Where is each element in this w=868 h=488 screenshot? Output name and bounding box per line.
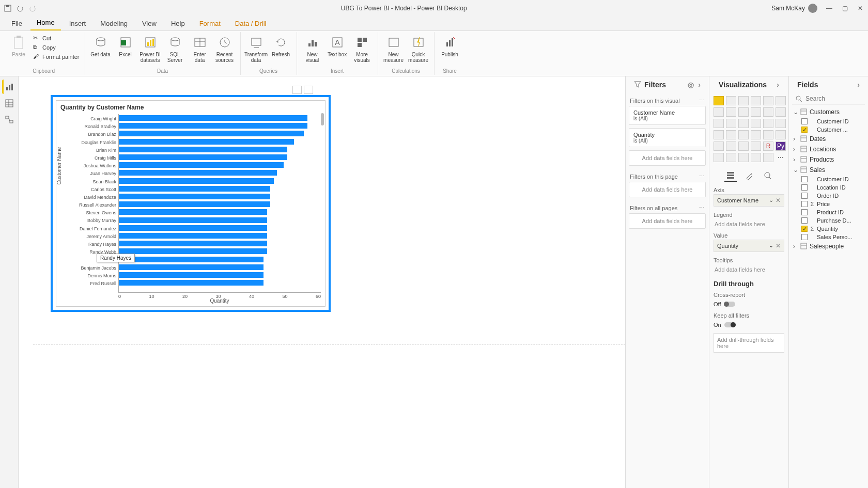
excel-button[interactable]: Excel	[113, 33, 138, 58]
collapse-icon[interactable]: ›	[698, 81, 701, 89]
bar[interactable]	[119, 178, 274, 184]
paste-button[interactable]: Paste	[6, 33, 31, 58]
tab-file[interactable]: File	[5, 18, 28, 30]
add-visual-filter[interactable]: Add data fields here	[629, 150, 706, 166]
text-box-button[interactable]: AText box	[325, 33, 350, 58]
tab-data-drill[interactable]: Data / Drill	[229, 18, 273, 30]
tab-format[interactable]: Format	[193, 18, 227, 30]
field-item[interactable]: Customer ID	[792, 117, 865, 125]
new-measure-button[interactable]: New measure	[381, 33, 406, 64]
chart-visual[interactable]: Quantity by Customer Name Customer Name …	[51, 95, 331, 312]
maximize-button[interactable]: ▢	[841, 5, 848, 12]
cross-report-toggle[interactable]: Off	[714, 301, 784, 307]
viz-type-button[interactable]	[776, 107, 786, 117]
bar[interactable]	[119, 115, 307, 121]
tab-modeling[interactable]: Modeling	[94, 18, 134, 30]
viz-type-button[interactable]	[763, 153, 773, 162]
publish-button[interactable]: Publish	[438, 33, 462, 58]
viz-type-button[interactable]	[751, 96, 761, 105]
field-item[interactable]: ✓Customer ...	[792, 125, 865, 134]
filter-card[interactable]: Quantityis (All)	[629, 128, 706, 147]
quick-measure-button[interactable]: Quick measure	[406, 33, 431, 64]
viz-type-button[interactable]	[776, 96, 786, 105]
viz-type-button[interactable]	[763, 130, 773, 139]
viz-type-button[interactable]	[738, 141, 749, 151]
more-options-icon[interactable]	[304, 86, 313, 94]
viz-type-button[interactable]	[714, 153, 724, 162]
recent-sources-button[interactable]: Recent sources	[212, 33, 237, 64]
viz-type-button[interactable]	[738, 119, 749, 128]
bar[interactable]	[119, 170, 277, 176]
axis-field-well[interactable]: Customer Name⌄✕	[714, 194, 784, 207]
tab-home[interactable]: Home	[30, 17, 61, 30]
undo-icon[interactable]	[17, 5, 24, 12]
redo-icon[interactable]	[29, 5, 36, 12]
viz-type-button[interactable]	[738, 107, 749, 117]
field-item[interactable]: Location ID	[792, 183, 865, 192]
bar[interactable]	[119, 139, 294, 145]
checkbox[interactable]	[801, 234, 808, 240]
fields-search[interactable]	[792, 93, 865, 105]
tab-help[interactable]: Help	[165, 18, 191, 30]
close-button[interactable]: ✕	[857, 5, 864, 12]
bar[interactable]	[119, 233, 267, 239]
get-data-button[interactable]: Get data	[88, 33, 113, 58]
collapse-icon[interactable]: ›	[777, 81, 779, 89]
viz-type-button[interactable]	[726, 119, 736, 128]
field-item[interactable]: Product ID	[792, 208, 865, 216]
format-painter-button[interactable]: 🖌Format painter	[31, 53, 82, 61]
table-item[interactable]: ⌄Customers	[792, 107, 865, 117]
table-item[interactable]: ›Products	[792, 154, 865, 165]
bar[interactable]	[119, 123, 307, 129]
viz-type-button[interactable]	[763, 96, 773, 105]
field-item[interactable]: Sales Perso...	[792, 233, 865, 241]
copy-button[interactable]: ⧉Copy	[31, 43, 82, 52]
focus-mode-icon[interactable]	[292, 86, 302, 94]
model-view-button[interactable]	[2, 113, 17, 127]
field-item[interactable]: Order ID	[792, 192, 865, 200]
bar[interactable]	[119, 162, 284, 168]
bar[interactable]	[119, 201, 270, 207]
collapse-icon[interactable]: ›	[857, 81, 860, 89]
pbi-datasets-button[interactable]: Power BI datasets	[138, 33, 163, 64]
field-item[interactable]: ✓ΣQuantity	[792, 225, 865, 233]
checkbox[interactable]	[801, 176, 808, 182]
add-page-filter[interactable]: Add data fields here	[629, 182, 706, 197]
legend-placeholder[interactable]: Add data fields here	[714, 219, 784, 229]
tooltips-placeholder[interactable]: Add data fields here	[714, 264, 784, 275]
tab-insert[interactable]: Insert	[63, 18, 92, 30]
more-visuals-button[interactable]: More visuals	[350, 33, 375, 64]
data-view-button[interactable]	[2, 96, 17, 111]
chart-scrollbar[interactable]	[321, 113, 324, 125]
viz-type-button[interactable]	[738, 96, 749, 105]
viz-type-button[interactable]	[751, 141, 761, 151]
bar[interactable]	[119, 280, 264, 286]
chevron-down-icon[interactable]: ⌄	[769, 242, 773, 249]
viz-type-button[interactable]	[751, 119, 761, 128]
field-item[interactable]: ΣPrice	[792, 200, 865, 208]
viz-type-button[interactable]	[726, 141, 736, 151]
viz-type-button[interactable]	[714, 119, 724, 128]
viz-type-button[interactable]	[726, 107, 736, 117]
viz-type-button[interactable]	[763, 107, 773, 117]
bar[interactable]	[119, 248, 267, 254]
viz-type-button[interactable]	[738, 153, 749, 162]
filter-card[interactable]: Customer Nameis (All)	[629, 106, 706, 125]
cut-button[interactable]: ✂Cut	[31, 34, 82, 42]
table-item[interactable]: ›Salespeople	[792, 241, 865, 251]
eye-icon[interactable]: ◎	[688, 81, 694, 89]
viz-type-button[interactable]: ⋯	[776, 153, 786, 162]
checkbox[interactable]: ✓	[801, 226, 808, 232]
tab-view[interactable]: View	[136, 18, 163, 30]
analytics-tab-icon[interactable]	[762, 169, 774, 182]
viz-type-button[interactable]	[726, 96, 736, 105]
field-item[interactable]: Customer ID	[792, 175, 865, 183]
bar[interactable]	[119, 147, 287, 152]
viz-type-button[interactable]	[714, 141, 724, 151]
checkbox[interactable]	[801, 209, 808, 215]
viz-type-button[interactable]	[726, 153, 736, 162]
save-icon[interactable]	[4, 5, 11, 12]
bar[interactable]	[119, 186, 270, 192]
viz-type-button[interactable]	[751, 107, 761, 117]
checkbox[interactable]	[801, 118, 808, 124]
